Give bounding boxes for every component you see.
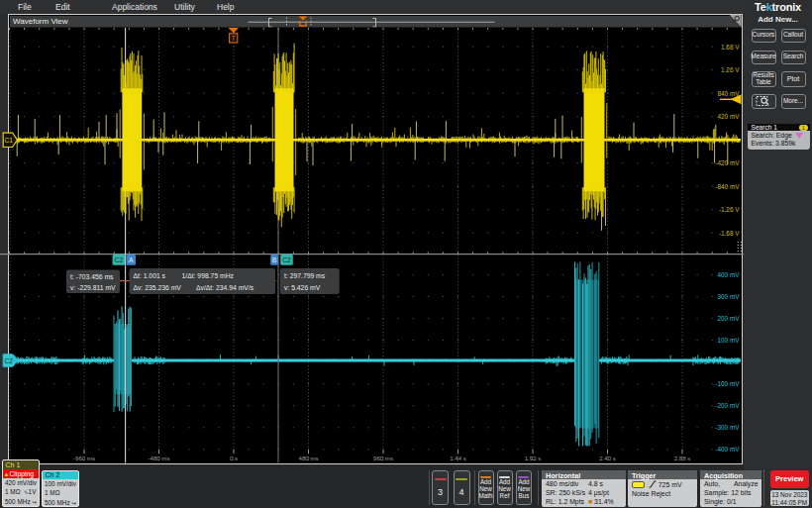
svg-text:480 ms: 480 ms <box>299 455 319 461</box>
svg-text:200 mV: 200 mV <box>717 315 740 322</box>
svg-text:-200 mV: -200 mV <box>715 402 740 409</box>
svg-text:-840 mV: -840 mV <box>715 183 740 190</box>
svg-text:0 V: 0 V <box>730 358 740 365</box>
svg-text:C2: C2 <box>115 256 124 263</box>
svg-text:A: A <box>129 256 134 263</box>
svg-text:2.88 s: 2.88 s <box>674 455 691 461</box>
svg-text:-420 mV: -420 mV <box>715 159 740 166</box>
svg-text:T: T <box>232 35 237 42</box>
svg-text:400 mV: 400 mV <box>717 271 740 278</box>
svg-text:C1: C1 <box>4 137 13 144</box>
svg-text:0 s: 0 s <box>230 455 238 461</box>
svg-text:v: 5.426 mV: v: 5.426 mV <box>284 284 321 291</box>
svg-text:840 mV: 840 mV <box>717 90 740 97</box>
svg-text:1.68 V: 1.68 V <box>721 44 740 51</box>
svg-text:420 mV: 420 mV <box>717 113 740 120</box>
svg-text:B: B <box>272 256 277 263</box>
svg-text:v: -229.811 mV: v: -229.811 mV <box>70 284 116 291</box>
svg-text:1.92 s: 1.92 s <box>525 455 542 461</box>
svg-text:t: -703.456 ms: t: -703.456 ms <box>70 273 114 280</box>
svg-text:-100 mV: -100 mV <box>715 380 740 387</box>
svg-text:Δt: 1.001 s: Δt: 1.001 s <box>134 272 166 279</box>
svg-text:C2: C2 <box>5 357 14 364</box>
svg-text:2.40 s: 2.40 s <box>599 455 616 461</box>
svg-text:1.44 s: 1.44 s <box>450 455 466 461</box>
svg-text:100 mV: 100 mV <box>717 337 740 344</box>
svg-text:-300 mV: -300 mV <box>715 424 740 431</box>
svg-text:Δv: 235.236 mV: Δv: 235.236 mV <box>134 284 182 291</box>
svg-text:-480 ms: -480 ms <box>148 455 169 461</box>
svg-text:1/Δt: 998.75 mHz: 1/Δt: 998.75 mHz <box>182 272 235 279</box>
svg-text:Δv/Δt: 234.94 mV/s: Δv/Δt: 234.94 mV/s <box>196 284 254 291</box>
svg-text:-400 mV: -400 mV <box>715 446 740 453</box>
svg-text:-1.68 V: -1.68 V <box>719 230 740 237</box>
svg-text:1.26 V: 1.26 V <box>721 66 740 73</box>
svg-text:t: 297.799 ms: t: 297.799 ms <box>284 272 326 279</box>
svg-text:C2: C2 <box>282 256 291 263</box>
svg-text:-960 ms: -960 ms <box>73 455 95 461</box>
svg-text:-1.26 V: -1.26 V <box>719 206 740 213</box>
svg-text:960 ms: 960 ms <box>373 455 393 461</box>
svg-text:300 mV: 300 mV <box>717 293 740 300</box>
